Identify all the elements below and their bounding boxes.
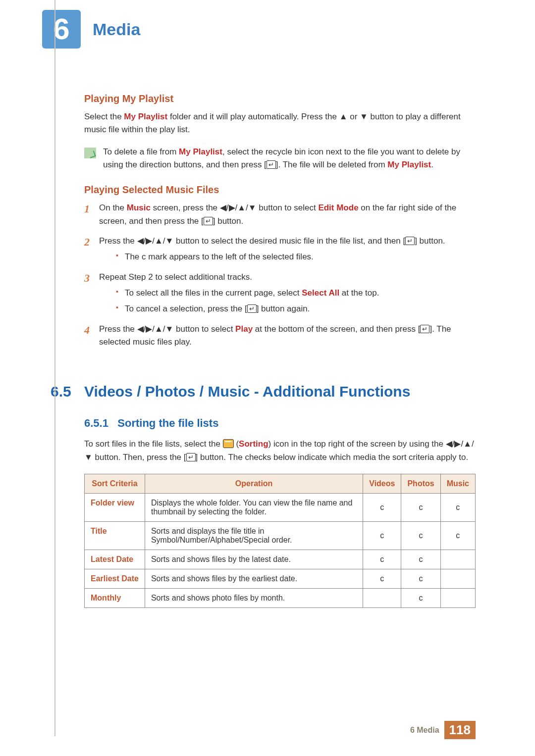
table-header-cell: Sort Criteria <box>85 474 145 494</box>
music-cell: c <box>440 522 475 550</box>
section-6-5-header: 6.5 Videos / Photos / Music - Additional… <box>84 383 476 400</box>
section-number: 6.5 <box>51 383 84 400</box>
text-run: at the top. <box>339 288 379 298</box>
table-row: Folder viewDisplays the whole folder. Yo… <box>85 494 476 522</box>
table-header-cell: Operation <box>145 474 363 494</box>
photos-cell: c <box>401 522 440 550</box>
text-run: On the <box>99 203 127 212</box>
music-cell <box>440 589 475 608</box>
sorting-icon <box>223 439 234 448</box>
videos-cell: c <box>363 522 401 550</box>
text-run: ]. The file will be deleted from <box>276 160 388 169</box>
table-header-cell: Videos <box>363 474 401 494</box>
videos-cell: c <box>363 569 401 589</box>
operation-cell: Sorts and displays the file title in Sym… <box>145 522 363 550</box>
text-run: screen, press the ◀/▶/▲/▼ button to sele… <box>151 203 318 212</box>
sort-criteria-table: Sort CriteriaOperationVideosPhotosMusic … <box>84 474 476 608</box>
steps-list: On the Music screen, press the ◀/▶/▲/▼ b… <box>84 202 476 349</box>
operation-cell: Sorts and shows files by the earliest da… <box>145 569 363 589</box>
music-cell: c <box>440 494 475 522</box>
table-header-cell: Photos <box>401 474 440 494</box>
table-row: TitleSorts and displays the file title i… <box>85 522 476 550</box>
text-run: The <box>125 252 142 261</box>
text-run: ] button. <box>415 236 445 246</box>
enter-button-icon <box>267 160 276 169</box>
subsection-heading: 6.5.1 Sorting the file lists <box>84 417 476 430</box>
criteria-cell: Latest Date <box>85 550 145 569</box>
text-run: Press the ◀/▶/▲/▼ button to select <box>99 324 235 334</box>
text-run: To delete a file from <box>103 147 179 156</box>
note-block: To delete a file from My Playlist, selec… <box>84 146 476 172</box>
page-number: 118 <box>444 721 476 739</box>
note-text: To delete a file from My Playlist, selec… <box>103 146 476 172</box>
text-run: . <box>431 160 433 169</box>
criteria-cell: Monthly <box>85 589 145 608</box>
table-row: Latest DateSorts and shows files by the … <box>85 550 476 569</box>
chapter-number-badge: 6 <box>42 10 81 49</box>
step-bullets: The c mark appears to the left of the se… <box>99 251 476 263</box>
criteria-cell: Title <box>85 522 145 550</box>
operation-cell: Displays the whole folder. You can view … <box>145 494 363 522</box>
table-row: Earliest DateSorts and shows files by th… <box>85 569 476 589</box>
text-run: at the bottom of the screen, and then pr… <box>253 324 420 334</box>
bullet-item: To select all the files in the current p… <box>116 287 476 300</box>
step-item: Press the ◀/▶/▲/▼ button to select the d… <box>84 235 476 264</box>
text-run: Select the <box>84 112 124 121</box>
subheading-playing-selected-music: Playing Selected Music Files <box>84 184 476 196</box>
step-item: Press the ◀/▶/▲/▼ button to select Play … <box>84 323 476 349</box>
enter-button-icon <box>420 325 429 333</box>
music-cell <box>440 550 475 569</box>
text-run: Repeat Step 2 to select additional track… <box>99 272 252 282</box>
step-item: Repeat Step 2 to select additional track… <box>84 271 476 316</box>
text-run: ] button. <box>213 216 243 226</box>
text-run: mark appears to the left of the selected… <box>146 252 314 261</box>
photos-cell: c <box>401 589 440 608</box>
text-run: c <box>142 252 146 261</box>
photos-cell: c <box>401 494 440 522</box>
enter-button-icon <box>247 304 257 313</box>
table-header-cell: Music <box>440 474 475 494</box>
chapter-header: 6 Media <box>42 10 476 49</box>
operation-cell: Sorts and shows files by the latest date… <box>145 550 363 569</box>
text-run: To select all the files in the current p… <box>125 288 302 298</box>
text-run: Play <box>235 324 253 334</box>
chapter-title: Media <box>93 20 140 39</box>
bullet-item: To cancel a selection, press the [] butt… <box>116 302 476 315</box>
text-run: Select All <box>302 288 339 298</box>
text-run: Sorting <box>239 439 268 449</box>
text-run: ( <box>234 439 239 449</box>
music-cell <box>440 569 475 589</box>
bullet-item: The c mark appears to the left of the se… <box>116 251 476 263</box>
enter-button-icon <box>204 217 213 225</box>
videos-cell <box>363 589 401 608</box>
text-run: Edit Mode <box>318 203 358 212</box>
footer-label: 6 Media <box>410 726 439 735</box>
section-title: Videos / Photos / Music - Additional Fun… <box>84 383 410 400</box>
step-item: On the Music screen, press the ◀/▶/▲/▼ b… <box>84 202 476 228</box>
enter-button-icon <box>405 237 415 245</box>
photos-cell: c <box>401 550 440 569</box>
subsection-number: 6.5.1 <box>84 417 108 429</box>
note-icon <box>84 148 96 158</box>
text-run: ] button. The checks below indicate whic… <box>196 453 469 462</box>
table-row: MonthlySorts and shows photo files by mo… <box>85 589 476 608</box>
text-run: Press the ◀/▶/▲/▼ button to select the d… <box>99 236 405 246</box>
criteria-cell: Folder view <box>85 494 145 522</box>
sorting-intro: To sort files in the file lists, select … <box>84 438 476 464</box>
criteria-cell: Earliest Date <box>85 569 145 589</box>
text-run: To cancel a selection, press the [ <box>125 304 247 313</box>
text-run: My Playlist <box>387 160 431 169</box>
text-run: To sort files in the file lists, select … <box>84 439 223 449</box>
text-run: My Playlist <box>124 112 167 121</box>
text-run: Music <box>127 203 151 212</box>
subheading-playing-my-playlist: Playing My Playlist <box>84 93 476 104</box>
photos-cell: c <box>401 569 440 589</box>
page-footer: 6 Media 118 <box>410 721 476 739</box>
enter-button-icon <box>186 453 196 461</box>
playing-playlist-paragraph: Select the My Playlist folder and it wil… <box>84 110 476 137</box>
operation-cell: Sorts and shows photo files by month. <box>145 589 363 608</box>
text-run: My Playlist <box>179 147 222 156</box>
subsection-title: Sorting the file lists <box>117 417 218 429</box>
videos-cell: c <box>363 550 401 569</box>
margin-rule <box>54 0 55 736</box>
